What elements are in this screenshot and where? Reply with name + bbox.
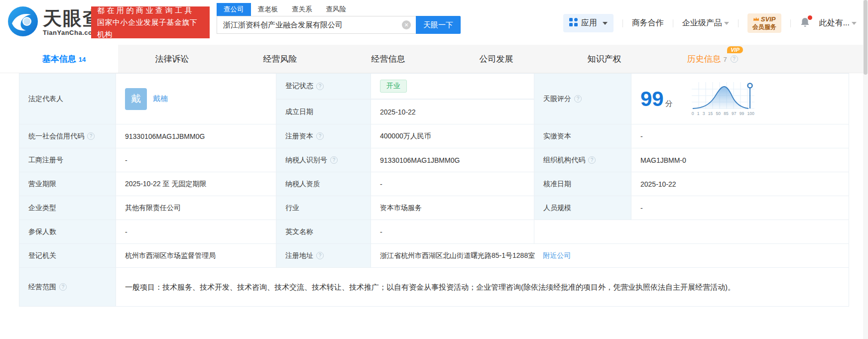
vip-badge: VIP: [727, 46, 743, 53]
chevron-down-icon: [724, 22, 729, 25]
company-section-tabs: 基本信息 14 法律诉讼 经营风险 经营信息 公司发展 知识产权 VIP 历史信…: [0, 45, 868, 73]
crown-icon: [753, 15, 759, 23]
field-label-business-reg-number: 工商注册号: [19, 148, 116, 172]
tab-operating-info[interactable]: 经营信息: [334, 45, 442, 73]
vertical-scrollbar[interactable]: [863, 0, 868, 339]
help-icon[interactable]: ?: [588, 156, 596, 164]
divider: [673, 19, 673, 27]
help-icon[interactable]: ?: [330, 156, 338, 164]
help-icon[interactable]: ?: [574, 95, 582, 103]
registered-capital-value: 400000万人民币: [371, 124, 534, 148]
field-label-industry: 行业: [276, 196, 371, 220]
table-row: 登记机关 杭州市西湖区市场监督管理局 注册地址 ? 浙江省杭州市西湖区北山街道曙…: [19, 244, 849, 268]
field-label-registered-address: 注册地址 ?: [276, 244, 371, 268]
chevron-down-icon: [603, 22, 608, 25]
search-input[interactable]: [217, 16, 416, 34]
search-tab-company[interactable]: 查公司: [217, 3, 251, 16]
search-tab-relation[interactable]: 查关系: [285, 3, 319, 16]
field-label-registration-status: 登记状态 ?: [276, 73, 371, 99]
nav-business-cooperation[interactable]: 商务合作: [632, 18, 664, 28]
business-reg-number-value: -: [116, 148, 276, 172]
notifications-bell-icon[interactable]: [800, 17, 810, 30]
divider: [622, 19, 623, 27]
scrollbar-thumb[interactable]: [864, 0, 868, 75]
tab-history-info[interactable]: VIP 历史信息 7 ?: [658, 45, 766, 73]
tianyancha-company-page: 天眼查 TianYanCha.com 都在用的商业查询工具 国家中小企业发展子基…: [0, 0, 868, 339]
help-icon[interactable]: ?: [87, 132, 95, 140]
legal-representative-link[interactable]: 戴楠: [153, 94, 168, 104]
chevron-down-icon: [852, 22, 857, 25]
field-label-legal-representative: 法定代表人: [19, 73, 116, 124]
tab-company-development[interactable]: 公司发展: [442, 45, 550, 73]
field-label-organization-code: 组织机构代码 ?: [534, 148, 631, 172]
tianyan-score-cell[interactable]: 99分: [631, 73, 849, 124]
business-term-value: 2025-10-22 至 无固定期限: [116, 172, 276, 196]
score-value: 99: [640, 87, 664, 111]
paid-in-capital-value: -: [631, 124, 849, 148]
legal-representative-cell: 戴 戴楠: [116, 73, 276, 124]
field-label-registration-authority: 登记机关: [19, 244, 116, 268]
registration-authority-value: 杭州市西湖区市场监督管理局: [116, 244, 276, 268]
industry-value: 资本市场服务: [371, 196, 534, 220]
tab-intellectual-property[interactable]: 知识产权: [550, 45, 658, 73]
field-label-approval-date: 核准日期: [534, 172, 631, 196]
tianyancha-logo[interactable]: 天眼查 TianYanCha.com: [7, 5, 103, 39]
apps-menu[interactable]: 应用: [563, 14, 614, 32]
tab-basic-info-count: 14: [79, 56, 86, 63]
site-header: 天眼查 TianYanCha.com 都在用的商业查询工具 国家中小企业发展子基…: [0, 0, 868, 45]
top-nav: 应用 商务合作 企业级产品 SVIP 会员服务: [563, 13, 857, 33]
empty-cell: [534, 220, 849, 244]
help-icon[interactable]: ?: [316, 83, 324, 90]
field-label-establishment-date: 成立日期: [276, 99, 371, 124]
promo-banner: 都在用的商业查询工具 国家中小企业发展子基金旗下机构: [91, 6, 210, 38]
apps-grid-icon: [569, 18, 578, 28]
establishment-date-cell: 2025-10-22: [371, 99, 534, 124]
help-icon[interactable]: ?: [59, 283, 67, 291]
field-label-staff-size: 人员规模: [534, 196, 631, 220]
registered-address-cell: 浙江省杭州市西湖区北山街道曙光路85-1号1288室 附近公司: [371, 244, 849, 268]
user-account-menu[interactable]: 此处有...: [819, 18, 857, 28]
field-label-company-type: 企业类型: [19, 196, 116, 220]
field-label-business-scope: 经营范围 ?: [19, 268, 116, 307]
tab-legal-proceedings[interactable]: 法律诉讼: [118, 45, 226, 73]
field-label-registered-capital: 注册资本 ?: [276, 124, 371, 148]
table-row: 经营范围 ? 一般项目：技术服务、技术开发、技术咨询、技术交流、技术转让、技术推…: [19, 268, 849, 307]
basic-info-section: 法定代表人 戴 戴楠 登记状态 ? 开业 成立日期: [0, 73, 868, 307]
tab-basic-info[interactable]: 基本信息 14: [10, 45, 118, 73]
organization-code-value: MAG1JBMM-0: [631, 148, 849, 172]
field-label-english-name: 英文名称: [276, 220, 371, 244]
registration-status-cell: 开业: [371, 73, 534, 99]
search-tab-risk[interactable]: 查风险: [319, 3, 354, 16]
search-tab-boss[interactable]: 查老板: [251, 3, 285, 16]
svip-member-button[interactable]: SVIP 会员服务: [747, 13, 781, 33]
search-block: 查公司 查老板 查关系 查风险 ✕ 天眼一下: [217, 3, 461, 34]
field-label-tianyan-score: 天眼评分 ?: [534, 73, 631, 124]
field-label-credit-code: 统一社会信用代码 ?: [19, 124, 116, 148]
nav-enterprise-products[interactable]: 企业级产品: [682, 18, 729, 28]
search-tabs: 查公司 查老板 查关系 查风险: [217, 3, 461, 16]
company-info-table: 法定代表人 戴 戴楠 登记状态 ? 开业 成立日期: [19, 73, 849, 307]
clear-search-icon[interactable]: ✕: [402, 20, 411, 29]
english-name-value: -: [371, 220, 534, 244]
help-icon[interactable]: ?: [731, 55, 738, 63]
divider: [790, 19, 791, 27]
score-distribution-chart: 01 315 5085 9799 100: [692, 82, 754, 116]
score-unit: 分: [665, 99, 673, 108]
field-label-taxpayer-id: 纳税人识别号 ?: [276, 148, 371, 172]
insured-count-value: -: [116, 220, 276, 244]
field-label-taxpayer-qualification: 纳税人资质: [276, 172, 371, 196]
avatar[interactable]: 戴: [125, 88, 147, 110]
credit-code-value: 91330106MAG1JBMM0G: [116, 124, 276, 148]
help-icon[interactable]: ?: [316, 132, 324, 140]
notification-badge: [808, 15, 812, 20]
help-icon[interactable]: ?: [316, 252, 324, 259]
table-row: 工商注册号 - 纳税人识别号 ? 91330106MAG1JBMM0G 组织机构…: [19, 148, 849, 172]
tab-operating-risk[interactable]: 经营风险: [226, 45, 334, 73]
taxpayer-id-value: 91330106MAG1JBMM0G: [371, 148, 534, 172]
nearby-companies-link[interactable]: 附近公司: [543, 251, 571, 260]
search-button[interactable]: 天眼一下: [416, 16, 461, 34]
promo-line1: 都在用的商业查询工具: [97, 4, 204, 16]
approval-date-value: 2025-10-22: [631, 172, 849, 196]
field-label-business-term: 营业期限: [19, 172, 116, 196]
staff-size-value: -: [631, 196, 849, 220]
